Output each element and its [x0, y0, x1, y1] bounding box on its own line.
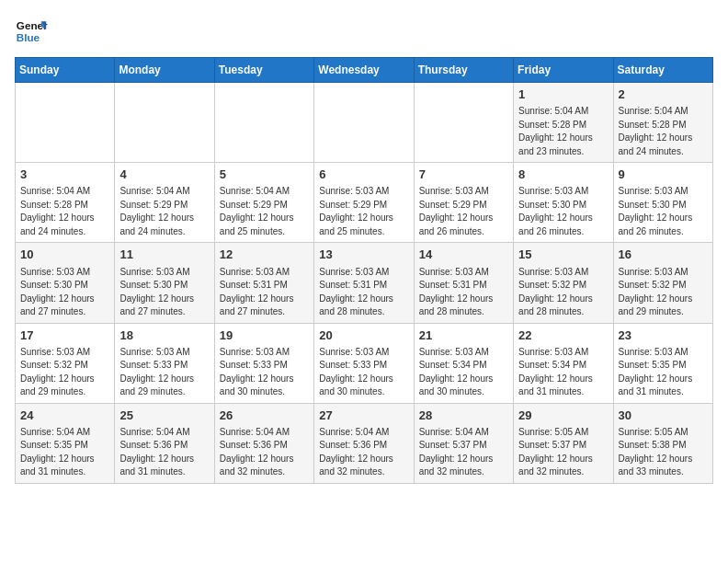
day-number: 21 [419, 327, 508, 344]
day-number: 7 [419, 167, 508, 183]
day-number: 28 [419, 408, 508, 424]
calendar-cell: 4Sunrise: 5:04 AMSunset: 5:29 PMDaylight… [115, 163, 214, 243]
calendar-cell: 30Sunrise: 5:05 AMSunset: 5:38 PMDayligh… [613, 403, 712, 483]
day-number: 9 [619, 167, 708, 183]
calendar-cell [115, 83, 214, 163]
day-info: Sunrise: 5:03 AMSunset: 5:31 PMDaylight:… [419, 266, 508, 319]
day-info: Sunrise: 5:03 AMSunset: 5:33 PMDaylight:… [119, 346, 209, 399]
day-info: Sunrise: 5:04 AMSunset: 5:36 PMDaylight:… [220, 426, 309, 479]
svg-text:Blue: Blue [17, 31, 40, 43]
day-number: 17 [20, 327, 109, 344]
calendar-cell: 5Sunrise: 5:04 AMSunset: 5:29 PMDaylight… [214, 163, 313, 243]
calendar-cell: 20Sunrise: 5:03 AMSunset: 5:33 PMDayligh… [314, 323, 414, 403]
day-number: 6 [319, 167, 408, 183]
day-info: Sunrise: 5:03 AMSunset: 5:33 PMDaylight:… [220, 346, 309, 399]
day-number: 18 [119, 327, 209, 344]
day-info: Sunrise: 5:04 AMSunset: 5:37 PMDaylight:… [419, 426, 508, 479]
calendar-cell: 6Sunrise: 5:03 AMSunset: 5:29 PMDaylight… [314, 163, 414, 243]
day-info: Sunrise: 5:04 AMSunset: 5:28 PMDaylight:… [20, 185, 109, 238]
day-number: 19 [220, 327, 309, 344]
day-info: Sunrise: 5:04 AMSunset: 5:28 PMDaylight:… [619, 105, 708, 158]
calendar-cell: 23Sunrise: 5:03 AMSunset: 5:35 PMDayligh… [613, 323, 712, 403]
day-info: Sunrise: 5:04 AMSunset: 5:35 PMDaylight:… [20, 426, 109, 479]
day-info: Sunrise: 5:03 AMSunset: 5:35 PMDaylight:… [619, 346, 708, 399]
calendar-cell: 24Sunrise: 5:04 AMSunset: 5:35 PMDayligh… [16, 403, 115, 483]
calendar-cell: 1Sunrise: 5:04 AMSunset: 5:28 PMDaylight… [514, 83, 613, 163]
calendar-week-row: 10Sunrise: 5:03 AMSunset: 5:30 PMDayligh… [16, 243, 713, 323]
day-number: 10 [20, 247, 109, 263]
day-info: Sunrise: 5:03 AMSunset: 5:32 PMDaylight:… [20, 346, 109, 399]
day-number: 30 [619, 408, 708, 424]
day-number: 27 [319, 408, 408, 424]
day-info: Sunrise: 5:04 AMSunset: 5:36 PMDaylight:… [319, 426, 408, 479]
day-number: 5 [220, 167, 309, 183]
day-info: Sunrise: 5:04 AMSunset: 5:29 PMDaylight:… [220, 185, 309, 238]
calendar-cell [16, 83, 115, 163]
calendar-cell: 8Sunrise: 5:03 AMSunset: 5:30 PMDaylight… [514, 163, 613, 243]
calendar-cell: 19Sunrise: 5:03 AMSunset: 5:33 PMDayligh… [214, 323, 313, 403]
calendar-cell: 28Sunrise: 5:04 AMSunset: 5:37 PMDayligh… [414, 403, 513, 483]
day-number: 15 [518, 247, 608, 263]
weekday-header: Saturday [613, 58, 712, 83]
day-number: 16 [619, 247, 708, 263]
calendar-cell: 7Sunrise: 5:03 AMSunset: 5:29 PMDaylight… [414, 163, 513, 243]
calendar-cell: 22Sunrise: 5:03 AMSunset: 5:34 PMDayligh… [514, 323, 613, 403]
day-number: 12 [220, 247, 309, 263]
day-number: 14 [419, 247, 508, 263]
day-info: Sunrise: 5:03 AMSunset: 5:33 PMDaylight:… [319, 346, 408, 399]
day-number: 29 [518, 408, 608, 424]
day-info: Sunrise: 5:03 AMSunset: 5:29 PMDaylight:… [419, 185, 508, 238]
day-info: Sunrise: 5:04 AMSunset: 5:28 PMDaylight:… [518, 105, 608, 158]
weekday-header: Monday [115, 58, 214, 83]
day-info: Sunrise: 5:03 AMSunset: 5:32 PMDaylight:… [619, 266, 708, 319]
day-number: 2 [619, 86, 708, 103]
page-header: General Blue [15, 15, 713, 48]
calendar-cell: 14Sunrise: 5:03 AMSunset: 5:31 PMDayligh… [414, 243, 513, 323]
calendar-week-row: 24Sunrise: 5:04 AMSunset: 5:35 PMDayligh… [16, 403, 713, 483]
calendar-cell [214, 83, 313, 163]
calendar-cell: 15Sunrise: 5:03 AMSunset: 5:32 PMDayligh… [514, 243, 613, 323]
day-info: Sunrise: 5:05 AMSunset: 5:38 PMDaylight:… [619, 426, 708, 479]
day-info: Sunrise: 5:03 AMSunset: 5:30 PMDaylight:… [619, 185, 708, 238]
calendar-cell: 3Sunrise: 5:04 AMSunset: 5:28 PMDaylight… [16, 163, 115, 243]
calendar-cell: 21Sunrise: 5:03 AMSunset: 5:34 PMDayligh… [414, 323, 513, 403]
day-info: Sunrise: 5:03 AMSunset: 5:32 PMDaylight:… [518, 266, 608, 319]
day-number: 11 [119, 247, 209, 263]
day-number: 3 [20, 167, 109, 183]
day-info: Sunrise: 5:03 AMSunset: 5:30 PMDaylight:… [20, 266, 109, 319]
calendar-cell: 29Sunrise: 5:05 AMSunset: 5:37 PMDayligh… [514, 403, 613, 483]
day-info: Sunrise: 5:03 AMSunset: 5:30 PMDaylight:… [518, 185, 608, 238]
day-info: Sunrise: 5:03 AMSunset: 5:31 PMDaylight:… [220, 266, 309, 319]
weekday-header: Wednesday [314, 58, 414, 83]
day-number: 13 [319, 247, 408, 263]
calendar-table: SundayMondayTuesdayWednesdayThursdayFrid… [15, 57, 713, 484]
calendar-cell: 16Sunrise: 5:03 AMSunset: 5:32 PMDayligh… [613, 243, 712, 323]
weekday-header: Thursday [414, 58, 513, 83]
day-number: 4 [119, 167, 209, 183]
calendar-cell: 12Sunrise: 5:03 AMSunset: 5:31 PMDayligh… [214, 243, 313, 323]
day-number: 8 [518, 167, 608, 183]
calendar-cell: 26Sunrise: 5:04 AMSunset: 5:36 PMDayligh… [214, 403, 313, 483]
day-number: 25 [119, 408, 209, 424]
day-info: Sunrise: 5:03 AMSunset: 5:34 PMDaylight:… [419, 346, 508, 399]
day-info: Sunrise: 5:03 AMSunset: 5:29 PMDaylight:… [319, 185, 408, 238]
logo: General Blue [15, 15, 48, 48]
calendar-cell: 2Sunrise: 5:04 AMSunset: 5:28 PMDaylight… [613, 83, 712, 163]
day-number: 24 [20, 408, 109, 424]
calendar-week-row: 17Sunrise: 5:03 AMSunset: 5:32 PMDayligh… [16, 323, 713, 403]
weekday-header: Tuesday [214, 58, 313, 83]
calendar-cell: 18Sunrise: 5:03 AMSunset: 5:33 PMDayligh… [115, 323, 214, 403]
day-info: Sunrise: 5:03 AMSunset: 5:34 PMDaylight:… [518, 346, 608, 399]
day-number: 22 [518, 327, 608, 344]
day-number: 23 [619, 327, 708, 344]
day-info: Sunrise: 5:05 AMSunset: 5:37 PMDaylight:… [518, 426, 608, 479]
day-info: Sunrise: 5:04 AMSunset: 5:36 PMDaylight:… [119, 426, 209, 479]
calendar-cell: 10Sunrise: 5:03 AMSunset: 5:30 PMDayligh… [16, 243, 115, 323]
calendar-cell: 25Sunrise: 5:04 AMSunset: 5:36 PMDayligh… [115, 403, 214, 483]
calendar-cell: 9Sunrise: 5:03 AMSunset: 5:30 PMDaylight… [613, 163, 712, 243]
day-info: Sunrise: 5:04 AMSunset: 5:29 PMDaylight:… [119, 185, 209, 238]
day-number: 1 [518, 86, 608, 103]
calendar-cell [314, 83, 414, 163]
day-info: Sunrise: 5:03 AMSunset: 5:31 PMDaylight:… [319, 266, 408, 319]
weekday-header: Friday [514, 58, 613, 83]
